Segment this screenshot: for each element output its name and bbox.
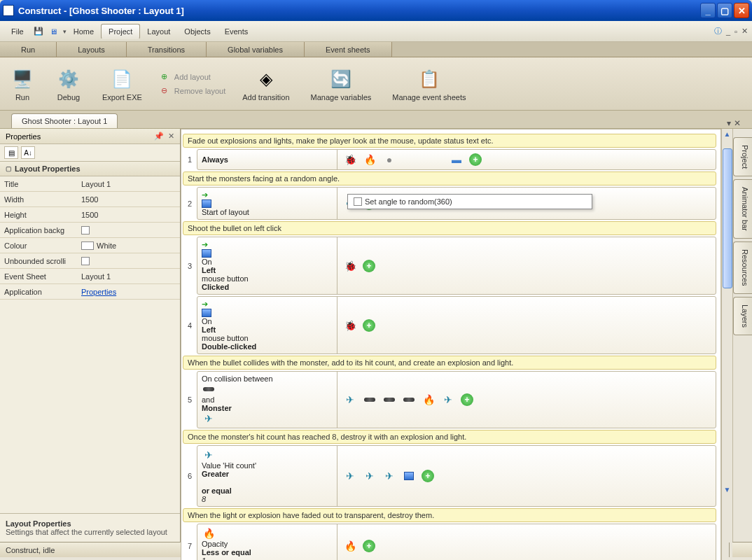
property-value[interactable]: 1500 [77,195,180,204]
property-row[interactable]: Application backg [0,223,180,238]
dropdown-icon[interactable]: ▾ [63,28,67,35]
side-tab-animator-bar[interactable]: Animator bar [733,179,752,239]
ribbon-debug[interactable]: ⚙️ Debug [52,65,85,103]
condition-column[interactable]: ✈ Value 'Hit count' Greateror equal 8 [197,446,337,506]
tab-run[interactable]: Run [0,42,57,57]
add-action-button[interactable]: + [469,153,482,166]
add-layout-label: Add layout [174,73,211,81]
maximize-button[interactable]: ▢ [717,3,732,18]
property-value[interactable]: Layout 1 [77,272,180,281]
explosion-icon: 🔥 [363,153,377,166]
ribbon-add-layout[interactable]: ⊕ Add layout [159,71,225,83]
menu-objects[interactable]: Objects [177,24,217,38]
inner-minimize-icon[interactable]: _ [726,27,730,36]
property-row[interactable]: Height1500 [0,207,180,223]
side-tab-resources[interactable]: Resources [733,241,752,294]
properties-section-header[interactable]: Layout Properties [0,162,180,176]
ribbon-manage-vars[interactable]: 🔄 Manage variables [307,65,376,103]
condition-column[interactable]: Always [197,150,337,169]
property-row[interactable]: ColourWhite [0,238,180,253]
property-value[interactable]: Layout 1 [77,180,180,188]
side-tab-layers[interactable]: Layers [733,297,752,335]
property-row[interactable]: TitleLayout 1 [0,176,180,192]
add-action-button[interactable]: + [363,540,375,552]
scrollbar-vertical[interactable]: ▲ ▼ [721,129,732,560]
property-value[interactable]: 1500 [77,211,180,219]
scroll-down-icon[interactable]: ▼ [722,484,732,494]
inner-restore-icon[interactable]: ▫ [734,27,737,36]
ribbon-remove-layout[interactable]: ⊖ Remove layout [159,85,225,97]
menu-project[interactable]: Project [101,24,140,39]
remove-layout-label: Remove layout [174,87,225,95]
action-column[interactable]: ✈🔥✈+ [337,372,716,428]
document-tab[interactable]: Ghost Shooter : Layout 1 [11,113,118,128]
event-row[interactable]: 3➔ On Left mouse buttonClicked🐞+ [183,237,716,295]
arrow-icon: ➔ [202,190,333,200]
add-action-button[interactable]: + [363,260,375,272]
property-key: Application [0,288,77,296]
bug-icon: 🐞 [343,153,357,166]
condition-column[interactable]: On collision between andMonster ✈ [197,372,337,428]
property-row[interactable]: Unbounded scrolli [0,253,180,269]
info-icon[interactable]: ⓘ [714,26,722,36]
menu-home[interactable]: Home [67,24,101,38]
action-column[interactable]: 🐞+ [337,297,716,354]
event-number: 5 [183,371,197,428]
event-row[interactable]: 1Always🐞🔥●▬+ [183,149,716,170]
run-label: Run [15,93,29,102]
add-action-button[interactable]: + [461,393,473,406]
property-value[interactable] [77,257,180,265]
sort-button[interactable]: A↓ [21,146,35,159]
property-value[interactable]: Properties [77,288,180,296]
tab-layouts[interactable]: Layouts [57,42,127,57]
doctab-dropdown-icon[interactable]: ▾ [727,118,731,128]
menu-events[interactable]: Events [218,24,256,38]
ribbon-add-transition[interactable]: ◈ Add transition [238,65,293,103]
ribbon-run[interactable]: 🖥️ Run [6,65,39,103]
pin-icon[interactable]: 📌 [154,132,164,141]
menu-file[interactable]: File [4,24,31,38]
side-tab-project[interactable]: Project [733,137,752,176]
property-row[interactable]: Event SheetLayout 1 [0,269,180,284]
scroll-up-icon[interactable]: ▲ [722,129,732,139]
minimize-button[interactable]: _ [700,3,716,18]
menu-layout[interactable]: Layout [140,24,177,38]
property-row[interactable]: Width1500 [0,192,180,207]
monitor-icon[interactable]: 🖥 [48,27,60,36]
condition-column[interactable]: 🔥 Opacity Less or equal 1 [197,524,337,560]
panel-close-icon[interactable]: ✕ [168,132,174,141]
monster-icon: ✈ [441,393,455,406]
side-tabs: ProjectAnimator barResourcesLayers [732,129,752,542]
event-row[interactable]: 6✈ Value 'Hit count' Greateror equal 8✈✈… [183,445,716,507]
ribbon: 🖥️ Run ⚙️ Debug 📄 Export EXE ⊕ Add layou… [0,57,752,111]
properties-title: Properties [6,132,41,141]
doctab-close-icon[interactable]: ✕ [734,118,741,128]
event-row[interactable]: 7🔥 Opacity Less or equal 1🔥+ [183,524,716,560]
condition-column[interactable]: ➔ On Left mouse buttonClicked [197,237,337,294]
add-action-button[interactable]: + [363,319,375,332]
ribbon-manage-sheets[interactable]: 📋 Manage event sheets [388,65,470,103]
event-list[interactable]: Fade out explosions and lights, make the… [181,129,721,560]
property-row[interactable]: ApplicationProperties [0,284,180,300]
action-column[interactable]: 🔥+ [337,524,716,560]
event-row[interactable]: 4➔ On Left mouse buttonDouble-clicked🐞+ [183,296,716,354]
save-icon[interactable]: 💾 [33,27,44,36]
event-row[interactable]: 5On collision between andMonster ✈✈🔥✈+ [183,371,716,428]
action-column[interactable]: 🐞+ [337,237,716,294]
tab-event-sheets[interactable]: Event sheets [305,42,392,57]
action-column[interactable]: ✈✈✈+ [337,446,716,506]
condition-column[interactable]: ➔ On Left mouse buttonDouble-clicked [197,297,337,354]
close-button[interactable]: ✕ [734,3,749,18]
run-icon: 🖥️ [10,66,35,92]
condition-column[interactable]: ➔ Start of layout [197,188,337,219]
property-value[interactable]: White [77,241,180,250]
scroll-thumb[interactable] [723,148,732,288]
categorize-button[interactable]: ▤ [4,146,18,159]
action-column[interactable]: 🐞🔥●▬+ [337,150,716,169]
tab-global-vars[interactable]: Global variables [207,42,305,57]
property-value[interactable] [77,226,180,234]
tab-transitions[interactable]: Transitions [127,42,207,57]
ribbon-export-exe[interactable]: 📄 Export EXE [98,65,146,103]
inner-close-icon[interactable]: ✕ [741,27,748,36]
add-action-button[interactable]: + [422,470,434,482]
